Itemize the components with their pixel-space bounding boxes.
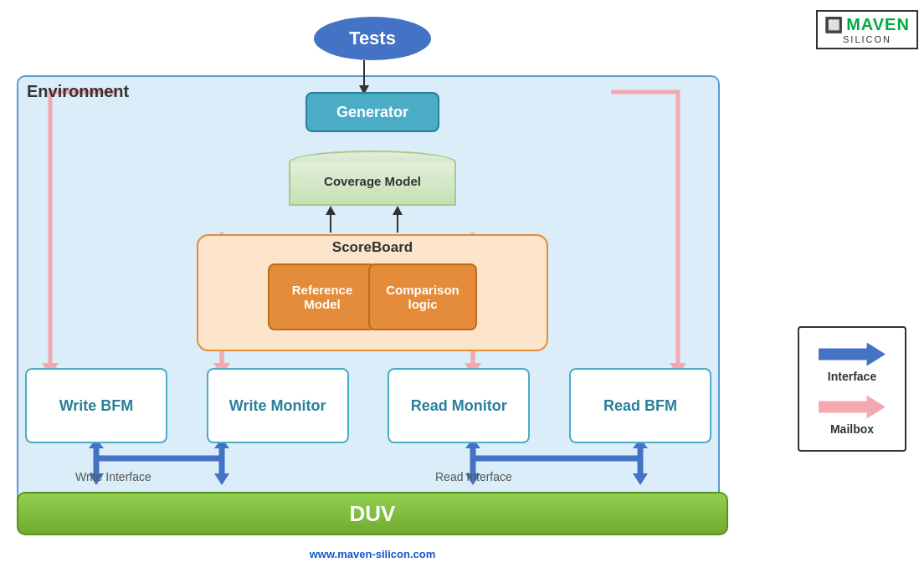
coverage-model: Coverage Model xyxy=(289,151,456,209)
generator-box: Generator xyxy=(305,92,439,132)
legend-interface-arrow xyxy=(819,343,886,366)
legend-mailbox-label: Mailbox xyxy=(830,422,874,436)
generator-label: Generator xyxy=(336,104,408,121)
write-interface-label: Write Interface xyxy=(75,470,151,483)
read-monitor-label: Read Monitor xyxy=(411,397,507,415)
read-monitor-box: Read Monitor xyxy=(388,368,530,443)
scoreboard-label: ScoreBoard xyxy=(332,239,413,256)
write-bfm-box: Write BFM xyxy=(25,368,167,443)
read-interface-label: Read Interface xyxy=(435,470,512,483)
reference-model-label: ReferenceModel xyxy=(292,283,353,311)
read-bfm-box: Read BFM xyxy=(569,368,711,443)
write-bfm-label: Write BFM xyxy=(59,397,134,415)
diagram-container: Environment xyxy=(8,8,737,569)
write-monitor-label: Write Monitor xyxy=(229,397,326,415)
duv-bar: DUV xyxy=(17,492,728,535)
maven-silicon-logo: 🔲 maven SILICON xyxy=(825,10,909,52)
reference-model-box: ReferenceModel xyxy=(268,263,377,330)
tests-label: Tests xyxy=(349,28,396,49)
comparison-logic-label: Comparisonlogic xyxy=(386,283,460,311)
coverage-model-label: Coverage Model xyxy=(289,174,456,188)
logo-maven-text: maven xyxy=(846,15,910,34)
duv-label: DUV xyxy=(350,501,396,527)
comparison-logic-box: Comparisonlogic xyxy=(368,263,477,330)
read-bfm-label: Read BFM xyxy=(603,397,677,415)
tests-oval: Tests xyxy=(314,17,431,60)
logo-silicon-text: SILICON xyxy=(843,34,891,44)
legend-mailbox-arrow xyxy=(819,396,886,419)
write-monitor-box: Write Monitor xyxy=(207,368,349,443)
logo-chip-icon: 🔲 xyxy=(824,16,843,34)
legend-box: Interface Mailbox xyxy=(798,326,906,452)
legend-interface-item: Interface xyxy=(819,343,886,383)
environment-label: Environment xyxy=(27,82,129,101)
legend-mailbox-item: Mailbox xyxy=(819,396,886,436)
legend-interface-label: Interface xyxy=(828,370,876,383)
bfm-monitor-row: Write BFM Write Monitor Read Monitor Rea… xyxy=(25,368,711,443)
website-url: www.maven-silicon.com xyxy=(310,548,436,560)
logo-border: 🔲 maven SILICON xyxy=(816,10,918,49)
